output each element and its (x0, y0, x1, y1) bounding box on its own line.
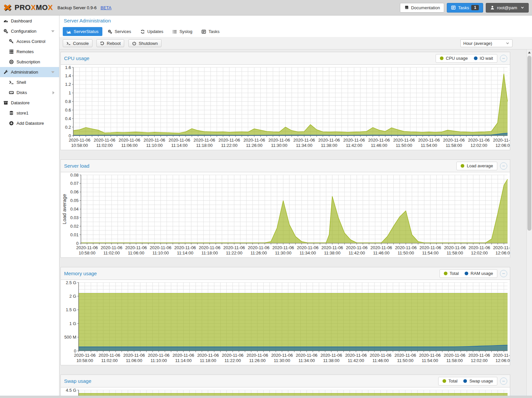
panel-memory-usage: Memory usage Total RAM usage 0500 M1 G1.… (60, 267, 510, 365)
tab-serverstatus[interactable]: ServerStatus (63, 27, 102, 36)
svg-text:2020-11-06: 2020-11-06 (144, 138, 165, 143)
terminal-icon (66, 41, 71, 46)
legend-item: Load average (461, 163, 493, 168)
sidebar-item-label: Add Datastore (17, 121, 44, 126)
tasks-button[interactable]: Tasks 1 (447, 3, 483, 13)
svg-text:11:50:00: 11:50:00 (398, 250, 414, 255)
chevron-down-icon (51, 30, 54, 32)
sidebar-item-disks[interactable]: Disks (0, 87, 59, 98)
panel-cpu-usage: CPU usage CPU usage IO wait 00.20.40.60.… (60, 52, 510, 150)
sidebar-item-access-control[interactable]: Access Control (0, 36, 59, 47)
svg-text:0.01: 0.01 (70, 232, 79, 237)
svg-text:2020-11-06: 2020-11-06 (444, 353, 466, 358)
svg-text:1: 1 (69, 90, 71, 95)
tab-label: ServerStatus (74, 29, 98, 34)
reboot-button[interactable]: Reboot (96, 39, 124, 47)
svg-text:2020-11-06: 2020-11-06 (174, 245, 196, 250)
svg-text:11:38:00: 11:38:00 (321, 143, 337, 148)
sidebar-item-shell[interactable]: Shell (0, 77, 59, 87)
user-menu-button[interactable]: root@pam (486, 3, 529, 13)
collapse-panel-button[interactable] (500, 378, 507, 385)
svg-text:11:38:00: 11:38:00 (323, 358, 339, 363)
svg-text:11:50:00: 11:50:00 (396, 143, 412, 148)
legend-label: Total (448, 379, 457, 383)
tab-tasks[interactable]: Tasks (197, 27, 223, 36)
shutdown-button[interactable]: Shutdown (128, 39, 161, 47)
sidebar-item-datastore[interactable]: Datastore (0, 98, 59, 108)
svg-text:11:30:00: 11:30:00 (274, 358, 290, 363)
server-load-chart: 00.010.020.030.040.050.060.070.082020-11… (61, 172, 510, 257)
svg-text:11:02:00: 11:02:00 (103, 250, 120, 255)
svg-text:11:10:00: 11:10:00 (151, 358, 167, 363)
svg-text:11:06:00: 11:06:00 (121, 143, 138, 148)
sidebar-item-dashboard[interactable]: Dashboard (0, 16, 59, 26)
svg-text:2020-11-06: 2020-11-06 (393, 138, 415, 143)
sidebar-item-label: Configuration (11, 29, 36, 34)
window-bottom-edge (0, 396, 532, 398)
svg-text:1.2: 1.2 (65, 82, 71, 87)
sidebar-item-administration[interactable]: Administration (0, 67, 59, 77)
tab-syslog[interactable]: Syslog (168, 27, 196, 36)
legend: Load average (456, 162, 497, 170)
svg-text:2020-11-06: 2020-11-06 (219, 138, 240, 143)
svg-text:11:18:00: 11:18:00 (201, 250, 218, 255)
svg-text:11:54:00: 11:54:00 (422, 250, 439, 255)
tab-label: Services (115, 29, 131, 34)
svg-text:2020-11-06: 2020-11-06 (418, 138, 440, 143)
collapse-panel-button[interactable] (500, 270, 507, 277)
svg-text:11:30:00: 11:30:00 (271, 143, 288, 148)
svg-text:2020-11-06: 2020-11-06 (272, 245, 294, 250)
scroll-up-button[interactable] (527, 50, 532, 55)
panel-title: Swap usage (64, 378, 91, 384)
reboot-label: Reboot (107, 41, 121, 46)
svg-text:2020-11-06: 2020-11-06 (468, 138, 490, 143)
svg-text:2020-11-06: 2020-11-06 (493, 138, 510, 143)
svg-text:0.03: 0.03 (70, 215, 79, 220)
task-list-icon (201, 29, 206, 34)
legend: CPU usage IO wait (436, 54, 497, 63)
sidebar-item-store1[interactable]: store1 (0, 108, 59, 118)
svg-text:2020-11-06: 2020-11-06 (469, 245, 490, 250)
hdd-icon (9, 90, 14, 95)
legend-item: IO wait (474, 56, 493, 61)
sidebar-item-label: Administration (11, 70, 38, 75)
svg-text:2020-11-06: 2020-11-06 (76, 245, 98, 250)
legend-label: Total (450, 271, 459, 276)
svg-text:2020-11-06: 2020-11-06 (296, 353, 318, 358)
scrollbar-thumb[interactable] (527, 56, 531, 231)
tab-services[interactable]: Services (104, 27, 135, 36)
svg-text:2020-11-06: 2020-11-06 (125, 245, 147, 250)
svg-text:11:02:00: 11:02:00 (96, 143, 113, 148)
svg-text:11:34:00: 11:34:00 (296, 143, 312, 148)
svg-text:2020-11-06: 2020-11-06 (444, 245, 466, 250)
collapse-panel-button[interactable] (500, 55, 507, 62)
memory-usage-chart: 0500 M1 G1.5 G2 G2.5 G2020-11-0610:58:00… (61, 280, 510, 365)
legend-item: Total (444, 271, 459, 276)
svg-text:12:06:00: 12:06:00 (495, 143, 510, 148)
panel-header: CPU usage CPU usage IO wait (61, 52, 510, 64)
svg-text:0.2: 0.2 (65, 125, 71, 130)
sidebar-item-add-datastore[interactable]: Add Datastore (0, 118, 59, 128)
svg-text:2020-11-06: 2020-11-06 (223, 245, 245, 250)
sidebar-item-configuration[interactable]: Configuration (0, 26, 59, 36)
sidebar-item-remotes[interactable]: Remotes (0, 47, 59, 57)
sidebar-item-subscription[interactable]: Subscription (0, 57, 59, 67)
collapse-panel-button[interactable] (500, 162, 507, 170)
sidebar-item-label: store1 (17, 111, 28, 116)
terminal-icon (9, 80, 14, 85)
svg-text:0.08: 0.08 (70, 173, 79, 178)
svg-text:2020-11-06: 2020-11-06 (371, 245, 392, 250)
vertical-scrollbar[interactable] (526, 50, 532, 398)
tab-updates[interactable]: Updates (136, 27, 167, 36)
console-label: Console (73, 41, 89, 46)
brand-name: PROXMOX (15, 3, 53, 12)
documentation-button[interactable]: Documentation (400, 3, 444, 13)
page-title: Server Administration (64, 18, 111, 23)
sidebar: Dashboard Configuration Access Control R… (0, 16, 59, 398)
panel-title: Server load (64, 163, 89, 169)
console-button[interactable]: Console (63, 39, 92, 47)
panel-server-load: Server load Load average 00.010.020.030.… (60, 159, 510, 258)
svg-text:12:02:00: 12:02:00 (471, 250, 488, 255)
beta-link[interactable]: BETA (101, 5, 112, 10)
timeframe-select[interactable]: Hour (average) (460, 39, 513, 47)
